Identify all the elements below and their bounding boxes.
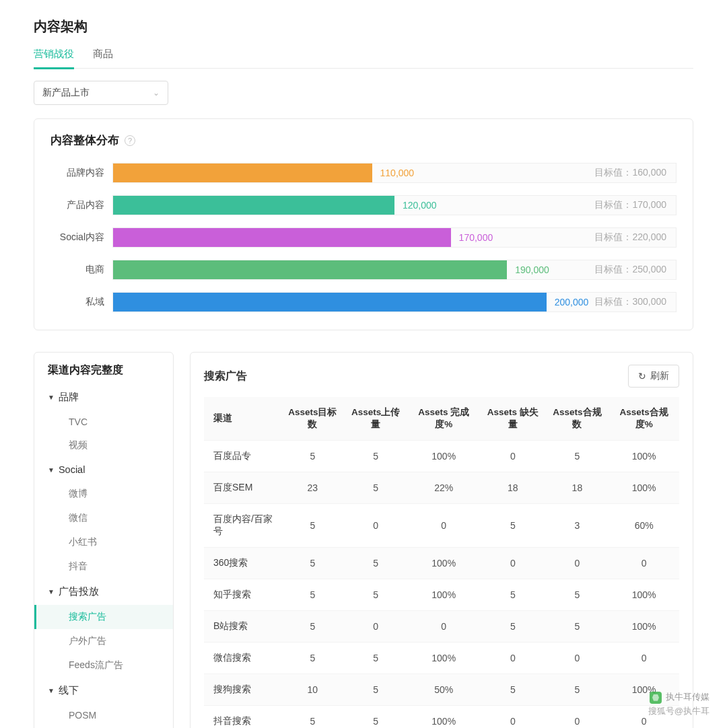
table-cell: 5 bbox=[281, 504, 344, 548]
table-cell: 0 bbox=[609, 643, 679, 674]
chart-row: 电商190,000目标值：250,000 bbox=[50, 260, 677, 280]
table-cell: 60% bbox=[609, 504, 679, 548]
caret-down-icon: ▼ bbox=[48, 394, 55, 401]
caret-down-icon: ▼ bbox=[48, 588, 55, 595]
table-cell: 100% bbox=[407, 441, 480, 472]
table-row: 搜狗搜索10550%55100% bbox=[204, 674, 679, 706]
table-cell: 100% bbox=[609, 579, 679, 611]
tree-group-head[interactable]: ▼Social bbox=[34, 458, 173, 482]
tree-group-title: 广告投放 bbox=[59, 585, 99, 598]
page-title: 内容架构 bbox=[34, 17, 693, 36]
tree-child[interactable]: 微信 bbox=[34, 506, 173, 530]
chart-bar-value: 120,000 bbox=[394, 200, 437, 211]
assets-table: 渠道Assets目标数Assets上传量Assets 完成度%Assets 缺失… bbox=[204, 397, 679, 728]
question-icon[interactable]: ? bbox=[125, 135, 135, 146]
table-cell: 0 bbox=[344, 611, 407, 643]
chart-row-label: Social内容 bbox=[50, 231, 112, 244]
table-header: Assets上传量 bbox=[344, 397, 407, 441]
tree-group-head[interactable]: ▼广告投放 bbox=[34, 579, 173, 605]
table-cell: B站搜索 bbox=[204, 611, 281, 643]
table-cell: 0 bbox=[480, 643, 545, 674]
table-row: 360搜索55100%000 bbox=[204, 548, 679, 579]
table-row: 知乎搜索55100%55100% bbox=[204, 579, 679, 611]
chart-row-label: 私域 bbox=[50, 296, 112, 308]
table-cell: 5 bbox=[344, 706, 407, 729]
chart-bar-fill bbox=[113, 228, 451, 247]
table-cell: 5 bbox=[480, 579, 545, 611]
tabs: 营销战役 商品 bbox=[34, 42, 693, 69]
table-cell: 5 bbox=[344, 441, 407, 472]
table-cell: 5 bbox=[344, 472, 407, 504]
tree-child[interactable]: 抖音 bbox=[34, 554, 173, 579]
table-cell: 5 bbox=[545, 441, 609, 472]
table-cell: 5 bbox=[480, 674, 545, 706]
tree-group-title: Social bbox=[59, 464, 85, 475]
table-cell: 0 bbox=[480, 706, 545, 729]
channel-tree-panel: 渠道内容完整度 ▼品牌TVC视频▼Social微博微信小红书抖音▼广告投放搜索广… bbox=[34, 352, 174, 728]
table-header: Assets合规度% bbox=[609, 397, 679, 441]
tab-product[interactable]: 商品 bbox=[93, 42, 113, 68]
table-cell: 微信搜索 bbox=[204, 643, 281, 674]
table-cell: 抖音搜索 bbox=[204, 706, 281, 729]
table-cell: 10 bbox=[281, 674, 344, 706]
table-cell: 5 bbox=[281, 441, 344, 472]
table-row: 微信搜索55100%000 bbox=[204, 643, 679, 674]
table-cell: 5 bbox=[545, 674, 609, 706]
table-cell: 5 bbox=[480, 611, 545, 643]
table-cell: 23 bbox=[281, 472, 344, 504]
chart-bar-track: 110,000目标值：160,000 bbox=[112, 163, 677, 183]
tree-child[interactable]: POSM bbox=[34, 704, 173, 727]
chart-bar-value: 200,000 bbox=[547, 297, 589, 307]
table-cell: 100% bbox=[407, 579, 480, 611]
tree-group-head[interactable]: ▼线下 bbox=[34, 678, 173, 704]
table-cell: 50% bbox=[407, 674, 480, 706]
table-cell: 5 bbox=[344, 579, 407, 611]
chart-bar-track: 170,000目标值：220,000 bbox=[112, 227, 677, 248]
chart-row-label: 品牌内容 bbox=[50, 167, 112, 179]
table-cell: 100% bbox=[609, 674, 679, 706]
chart-row: Social内容170,000目标值：220,000 bbox=[50, 227, 677, 248]
tree-child[interactable]: 户外广告 bbox=[34, 629, 173, 653]
tab-campaign[interactable]: 营销战役 bbox=[34, 42, 74, 69]
table-cell: 3 bbox=[545, 504, 609, 548]
campaign-select-value: 新产品上市 bbox=[42, 87, 90, 99]
table-cell: 100% bbox=[609, 611, 679, 643]
table-row: 抖音搜索55100%000 bbox=[204, 706, 679, 729]
table-row: 百度品专55100%05100% bbox=[204, 441, 679, 472]
table-cell: 搜狗搜索 bbox=[204, 674, 281, 706]
tree-child[interactable]: 视频 bbox=[34, 433, 173, 458]
table-cell: 5 bbox=[344, 548, 407, 579]
chart-bar-value: 110,000 bbox=[372, 168, 415, 178]
chart-bar-fill bbox=[113, 260, 507, 279]
channel-tree-title: 渠道内容完整度 bbox=[34, 363, 173, 384]
campaign-select[interactable]: 新产品上市 ⌄ bbox=[34, 81, 168, 105]
table-cell: 100% bbox=[407, 548, 480, 579]
table-cell: 22% bbox=[407, 472, 480, 504]
table-cell: 0 bbox=[407, 611, 480, 643]
tree-group-title: 线下 bbox=[59, 684, 79, 697]
tree-child[interactable]: 搜索广告 bbox=[34, 605, 173, 629]
chart-bar-target: 目标值：160,000 bbox=[594, 167, 666, 179]
table-cell: 5 bbox=[281, 643, 344, 674]
caret-down-icon: ▼ bbox=[48, 687, 55, 694]
refresh-icon: ↻ bbox=[638, 371, 646, 381]
tree-child[interactable]: TVC bbox=[34, 410, 173, 433]
table-cell: 5 bbox=[281, 611, 344, 643]
tree-child[interactable]: 微博 bbox=[34, 482, 173, 506]
refresh-label: 刷新 bbox=[650, 370, 669, 382]
table-cell: 360搜索 bbox=[204, 548, 281, 579]
table-cell: 5 bbox=[480, 504, 545, 548]
table-cell: 0 bbox=[545, 643, 609, 674]
chart-bar-fill bbox=[113, 163, 372, 182]
table-cell: 5 bbox=[281, 706, 344, 729]
tree-child[interactable]: Feeds流广告 bbox=[34, 653, 173, 678]
tree-child[interactable]: 小红书 bbox=[34, 530, 173, 554]
dist-chart: 品牌内容110,000目标值：160,000产品内容120,000目标值：170… bbox=[50, 163, 677, 312]
table-cell: 5 bbox=[281, 548, 344, 579]
dist-card-title: 内容整体分布 bbox=[50, 133, 119, 148]
table-cell: 100% bbox=[407, 643, 480, 674]
refresh-button[interactable]: ↻ 刷新 bbox=[628, 365, 679, 388]
tree-group-head[interactable]: ▼品牌 bbox=[34, 384, 173, 410]
chart-bar-fill bbox=[113, 196, 394, 215]
chart-row: 品牌内容110,000目标值：160,000 bbox=[50, 163, 677, 183]
